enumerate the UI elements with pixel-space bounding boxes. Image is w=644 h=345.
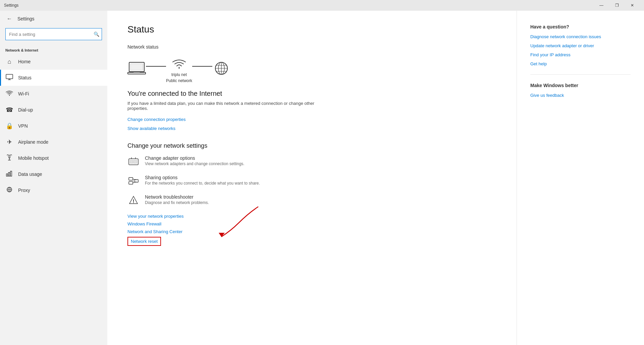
sidebar-item-label-vpn: VPN	[18, 123, 28, 129]
sidebar: ← Settings 🔍 Network & Internet ⌂ Home S…	[0, 11, 107, 345]
sidebar-item-label-datausage: Data usage	[18, 171, 42, 177]
troubleshooter-desc: Diagnose and fix network problems.	[145, 200, 209, 205]
back-button[interactable]: ←	[5, 14, 13, 23]
svg-rect-29	[129, 182, 133, 184]
sidebar-item-hotspot[interactable]: Mobile hotspot	[0, 150, 107, 166]
view-properties-link[interactable]: View your network properties	[127, 214, 496, 219]
change-settings-title: Change your network settings	[127, 142, 496, 149]
sidebar-item-dialup[interactable]: ☎ Dial-up	[0, 102, 107, 118]
adapter-icon	[127, 155, 140, 167]
sharing-icon	[127, 175, 140, 187]
network-sharing-link[interactable]: Network and Sharing Center	[127, 229, 496, 234]
adapter-desc: View network adapters and change connect…	[145, 161, 245, 166]
sharing-setting-text: Sharing options For the networks you con…	[145, 175, 260, 186]
adapter-title: Change adapter options	[145, 155, 245, 161]
network-reset-link[interactable]: Network reset	[127, 237, 161, 246]
wifi-icon	[5, 90, 13, 98]
svg-rect-0	[6, 74, 13, 79]
windows-firewall-link[interactable]: Windows Firewall	[127, 221, 496, 226]
sidebar-item-airplane[interactable]: ✈ Airplane mode	[0, 134, 107, 150]
title-bar: Settings — ❐ ✕	[0, 0, 644, 11]
connected-title: You're connected to the Internet	[127, 90, 496, 97]
network-name-label: triplu net	[171, 72, 187, 77]
setting-item-troubleshooter: Network troubleshooter Diagnose and fix …	[127, 194, 496, 206]
network-type-label: Public network	[166, 78, 192, 83]
sidebar-section-label: Network & Internet	[0, 46, 107, 54]
right-divider	[530, 74, 631, 75]
sidebar-item-label-hotspot: Mobile hotspot	[18, 155, 49, 161]
network-status-label: Network status	[127, 44, 496, 50]
troubleshooter-title: Network troubleshooter	[145, 194, 209, 200]
page-title: Status	[127, 24, 496, 35]
svg-rect-28	[129, 178, 133, 180]
sharing-title: Sharing options	[145, 175, 260, 180]
sidebar-item-datausage[interactable]: Data usage	[0, 166, 107, 182]
svg-rect-30	[134, 180, 138, 182]
sidebar-item-vpn[interactable]: 🔒 VPN	[0, 118, 107, 134]
hotspot-icon	[5, 154, 13, 162]
laptop-icon	[127, 61, 146, 76]
sharing-desc: For the networks you connect to, decide …	[145, 181, 260, 186]
troubleshooter-icon	[127, 194, 140, 206]
proxy-icon	[5, 187, 13, 194]
datausage-icon	[5, 170, 13, 178]
sidebar-item-label-status: Status	[18, 75, 32, 80]
sidebar-item-label-dialup: Dial-up	[18, 107, 33, 113]
right-panel: Have a question? Diagnose network connec…	[517, 11, 644, 345]
diagnose-link[interactable]: Diagnose network connection issues	[530, 34, 631, 39]
sidebar-item-home[interactable]: ⌂ Home	[0, 54, 107, 70]
svg-rect-24	[130, 160, 133, 163]
sidebar-item-label-airplane: Airplane mode	[18, 139, 48, 145]
title-bar-text: Settings	[4, 3, 591, 8]
connected-desc: If you have a limited data plan, you can…	[127, 101, 329, 111]
troubleshooter-setting-text: Network troubleshooter Diagnose and fix …	[145, 194, 209, 205]
svg-rect-6	[6, 174, 8, 176]
show-networks-link[interactable]: Show available networks	[127, 126, 175, 131]
airplane-icon: ✈	[5, 138, 13, 146]
minimize-button[interactable]: —	[594, 0, 609, 11]
annotation-area: Network reset	[127, 237, 496, 249]
svg-point-3	[9, 157, 10, 158]
wifi-diagram-item: triplu net Public network	[166, 56, 192, 83]
give-feedback-link[interactable]: Give us feedback	[530, 93, 631, 98]
sidebar-item-wifi[interactable]: Wi-Fi	[0, 86, 107, 102]
line-laptop-wifi	[146, 66, 166, 67]
change-connection-link[interactable]: Change connection properties	[127, 117, 185, 122]
svg-point-35	[133, 202, 134, 203]
close-button[interactable]: ✕	[625, 0, 640, 11]
status-icon	[5, 74, 13, 82]
setting-item-sharing: Sharing options For the networks you con…	[127, 175, 496, 187]
svg-rect-25	[133, 160, 137, 163]
maximize-button[interactable]: ❐	[609, 0, 625, 11]
find-ip-link[interactable]: Find your IP address	[530, 52, 631, 57]
svg-rect-7	[8, 172, 10, 176]
globe-diagram-item	[212, 61, 231, 78]
vpn-icon: 🔒	[5, 122, 13, 130]
right-question-title: Have a question?	[530, 24, 631, 29]
home-icon: ⌂	[5, 58, 13, 65]
setting-item-adapter: Change adapter options View network adap…	[127, 155, 496, 167]
main-content: Status Network status	[107, 11, 517, 345]
network-diagram: triplu net Public network	[127, 56, 496, 83]
svg-rect-14	[130, 64, 143, 70]
sidebar-header: ← Settings	[0, 11, 107, 27]
make-windows-title: Make Windows better	[530, 83, 631, 88]
search-input[interactable]	[5, 28, 102, 40]
sidebar-item-label-home: Home	[18, 59, 31, 64]
sidebar-item-status[interactable]: Status	[0, 70, 107, 86]
sidebar-item-label-proxy: Proxy	[18, 188, 30, 193]
wifi-tower-icon	[170, 56, 189, 71]
line-wifi-globe	[192, 66, 212, 67]
app-container: ← Settings 🔍 Network & Internet ⌂ Home S…	[0, 11, 644, 345]
update-adapter-link[interactable]: Update network adapter or driver	[530, 43, 631, 48]
search-container: 🔍	[5, 28, 102, 40]
sidebar-item-label-wifi: Wi-Fi	[18, 91, 29, 96]
dialup-icon: ☎	[5, 106, 13, 114]
sidebar-item-proxy[interactable]: Proxy	[0, 182, 107, 198]
get-help-link[interactable]: Get help	[530, 61, 631, 66]
laptop-diagram-item	[127, 61, 146, 78]
adapter-setting-text: Change adapter options View network adap…	[145, 155, 245, 166]
title-bar-controls: — ❐ ✕	[594, 0, 640, 11]
globe-icon	[212, 61, 231, 76]
svg-rect-8	[10, 171, 12, 176]
